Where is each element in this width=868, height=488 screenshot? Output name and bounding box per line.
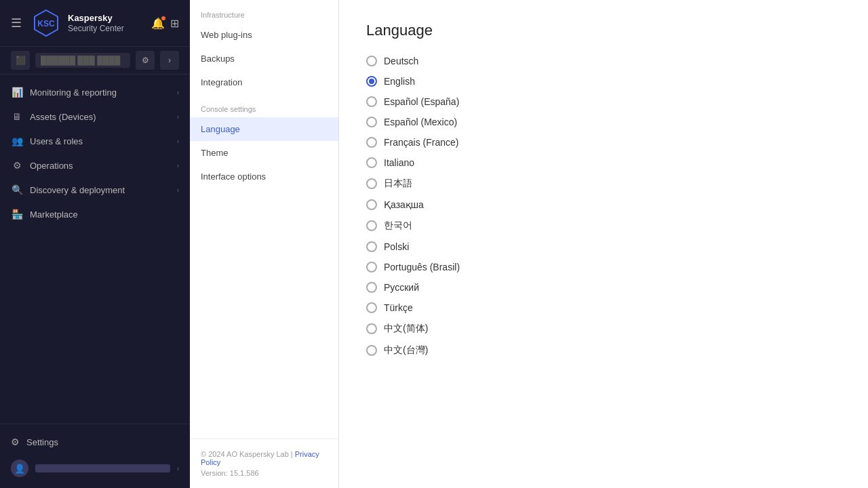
- language-item-francais[interactable]: Français (France): [366, 137, 841, 148]
- language-label: Português (Brasil): [384, 262, 460, 272]
- language-label: 한국어: [384, 220, 412, 232]
- marketplace-icon: 🏪: [11, 209, 23, 220]
- radio-button[interactable]: [366, 56, 377, 66]
- sidebar-item-label-assets: Assets (Devices): [30, 112, 170, 122]
- radio-button[interactable]: [366, 241, 377, 252]
- language-list: DeutschEnglishEspañol (España)Español (M…: [366, 56, 841, 357]
- radio-button[interactable]: [366, 199, 377, 210]
- monitoring-icon: 📊: [11, 87, 23, 98]
- submenu-item-label-interface-options: Interface options: [201, 171, 266, 182]
- sidebar-item-discovery[interactable]: 🔍 Discovery & deployment ›: [0, 178, 190, 202]
- language-label: Türkçe: [384, 302, 413, 313]
- language-item-chinese-traditional[interactable]: 中文(台灣): [366, 344, 841, 357]
- submenu-section-label-infrastructure: Infrastructure: [190, 0, 338, 23]
- sidebar-item-label-users: Users & roles: [30, 136, 170, 146]
- radio-button[interactable]: [366, 76, 377, 87]
- brand-name: Kaspersky: [68, 13, 124, 24]
- radio-button[interactable]: [366, 137, 377, 148]
- radio-inner-dot: [369, 79, 374, 84]
- submenu-item-label-language: Language: [201, 124, 240, 134]
- chevron-right-icon: ›: [177, 138, 179, 145]
- logo-hex-icon: KSC: [31, 8, 61, 38]
- radio-button[interactable]: [366, 262, 377, 272]
- submenu-item-interface-options[interactable]: Interface options: [190, 165, 338, 188]
- sidebar-item-label-marketplace: Marketplace: [30, 209, 179, 220]
- radio-button[interactable]: [366, 220, 377, 231]
- language-label: Қазақша: [384, 199, 424, 210]
- notification-badge: [161, 16, 166, 21]
- radio-button[interactable]: [366, 323, 377, 334]
- dashboard-icon[interactable]: ⬛: [11, 51, 30, 70]
- language-item-portuguese-brasil[interactable]: Português (Brasil): [366, 262, 841, 272]
- chevron-right-icon: ›: [177, 113, 179, 121]
- user-name-blurred: [35, 464, 170, 472]
- language-item-japanese[interactable]: 日本語: [366, 178, 841, 190]
- sidebar-item-label-operations: Operations: [30, 161, 170, 171]
- sidebar-item-monitoring[interactable]: 📊 Monitoring & reporting ›: [0, 80, 190, 104]
- sidebar-header: ☰ KSC Kaspersky Security Center 🔔 ⊞: [0, 0, 190, 47]
- language-item-russian[interactable]: Русский: [366, 282, 841, 293]
- main-content: Language DeutschEnglishEspañol (España)E…: [339, 0, 868, 488]
- language-item-english[interactable]: English: [366, 76, 841, 87]
- submenu-section-console-settings: Console settings Language Theme Interfac…: [190, 94, 338, 188]
- sidebar-item-assets[interactable]: 🖥 Assets (Devices) ›: [0, 104, 190, 129]
- language-label: Español (Mexico): [384, 117, 457, 127]
- chevron-right-icon: ›: [177, 186, 179, 194]
- submenu-item-label-web-plugins: Web plug-ins: [201, 30, 252, 40]
- language-item-polski[interactable]: Polski: [366, 241, 841, 252]
- language-label: English: [384, 76, 415, 87]
- sidebar-item-label-discovery: Discovery & deployment: [30, 185, 170, 195]
- user-chevron-icon: ›: [177, 465, 179, 472]
- user-profile-item[interactable]: 👤 ›: [0, 454, 190, 483]
- grid-icon[interactable]: ⊞: [170, 17, 179, 30]
- submenu-item-language[interactable]: Language: [190, 117, 338, 141]
- users-icon: 👥: [11, 136, 23, 146]
- language-item-turkish[interactable]: Türkçe: [366, 302, 841, 313]
- radio-button[interactable]: [366, 345, 377, 356]
- settings-icon: ⚙: [11, 436, 20, 447]
- language-label: Русский: [384, 282, 419, 293]
- submenu-item-backups[interactable]: Backups: [190, 47, 338, 70]
- radio-button[interactable]: [366, 178, 377, 189]
- radio-button[interactable]: [366, 96, 377, 107]
- submenu-item-label-backups: Backups: [201, 54, 235, 64]
- language-label: Italiano: [384, 157, 414, 168]
- radio-button[interactable]: [366, 157, 377, 168]
- language-item-italiano[interactable]: Italiano: [366, 157, 841, 168]
- language-item-espanol-espana[interactable]: Español (España): [366, 96, 841, 107]
- menu-toggle-icon[interactable]: ☰: [11, 16, 22, 30]
- user-icon: 👤: [14, 464, 25, 474]
- language-item-espanol-mexico[interactable]: Español (Mexico): [366, 117, 841, 127]
- product-name: Security Center: [68, 24, 124, 33]
- language-item-chinese-simplified[interactable]: 中文(简体): [366, 323, 841, 335]
- submenu-item-theme[interactable]: Theme: [190, 141, 338, 165]
- sidebar-nav: 📊 Monitoring & reporting › 🖥 Assets (Dev…: [0, 75, 190, 424]
- radio-button[interactable]: [366, 282, 377, 293]
- filter-icon[interactable]: ⚙: [136, 51, 155, 70]
- radio-button[interactable]: [366, 117, 377, 127]
- expand-icon[interactable]: ›: [160, 51, 179, 70]
- operations-icon: ⚙: [11, 160, 23, 171]
- language-label: 中文(简体): [384, 323, 428, 335]
- language-label: Español (España): [384, 96, 459, 107]
- settings-label: Settings: [26, 437, 58, 447]
- sidebar-item-operations[interactable]: ⚙ Operations ›: [0, 153, 190, 178]
- sidebar: ☰ KSC Kaspersky Security Center 🔔 ⊞ ⬛ ██…: [0, 0, 190, 488]
- language-item-korean[interactable]: 한국어: [366, 220, 841, 232]
- language-item-kazakh[interactable]: Қазақша: [366, 199, 841, 210]
- submenu-item-web-plugins[interactable]: Web plug-ins: [190, 23, 338, 47]
- submenu-panel: Infrastructure Web plug-ins Backups Inte…: [190, 0, 339, 488]
- radio-button[interactable]: [366, 302, 377, 313]
- submenu-item-label-theme: Theme: [201, 148, 228, 158]
- submenu-footer: © 2024 AO Kaspersky Lab | Privacy Policy…: [190, 439, 338, 488]
- settings-item[interactable]: ⚙ Settings: [0, 430, 190, 454]
- sidebar-item-users[interactable]: 👥 Users & roles ›: [0, 129, 190, 153]
- submenu-item-label-integration: Integration: [201, 77, 242, 87]
- copyright-line: © 2024 AO Kaspersky Lab | Privacy Policy: [201, 450, 328, 466]
- svg-text:KSC: KSC: [37, 19, 55, 28]
- submenu-item-integration[interactable]: Integration: [190, 70, 338, 94]
- notification-button[interactable]: 🔔: [151, 17, 165, 30]
- sidebar-item-marketplace[interactable]: 🏪 Marketplace: [0, 202, 190, 226]
- language-label: Deutsch: [384, 56, 418, 66]
- language-item-deutsch[interactable]: Deutsch: [366, 56, 841, 66]
